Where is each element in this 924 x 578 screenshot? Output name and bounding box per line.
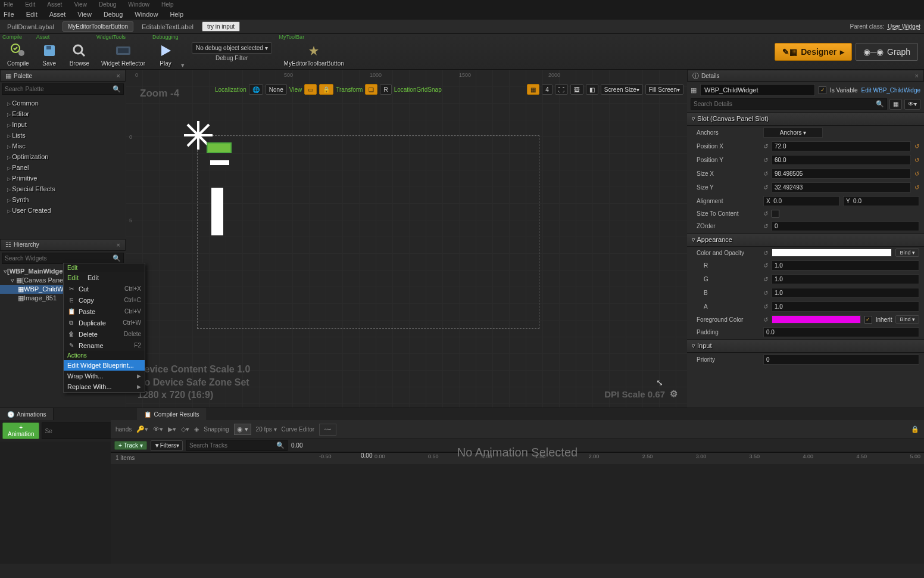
hierarchy-search-input[interactable]: [5, 255, 113, 262]
search-tracks-input[interactable]: [189, 442, 276, 449]
ctx-edit-submenu[interactable]: Edit Edit: [64, 272, 145, 283]
color-swatch[interactable]: [772, 248, 892, 257]
fps-dropdown[interactable]: 20 fps ▾: [256, 426, 277, 433]
alignment-x-input[interactable]: [763, 196, 839, 206]
fit-button[interactable]: ⛶: [555, 84, 568, 95]
r-button[interactable]: R: [380, 84, 391, 95]
lang-button[interactable]: 🌐: [249, 84, 263, 95]
fill-screen-dropdown[interactable]: Fill Screen ▾: [645, 84, 683, 95]
palette-cat[interactable]: Special Effects: [2, 184, 123, 194]
padding-input[interactable]: [763, 327, 919, 337]
menu-edit[interactable]: Edit: [26, 11, 38, 18]
palette-cat[interactable]: Primitive: [2, 173, 123, 184]
pulldown-label[interactable]: PullDownLaybal: [4, 23, 58, 30]
priority-input[interactable]: [763, 355, 919, 365]
graph-mode-button[interactable]: ◉─◉ Graph: [856, 43, 918, 61]
key-icon[interactable]: 🔑▾: [136, 425, 148, 433]
animations-search-input[interactable]: [45, 428, 120, 434]
browse-button[interactable]: Browse: [64, 34, 95, 69]
position-y-input[interactable]: [772, 155, 911, 165]
details-search-input[interactable]: [694, 101, 876, 107]
curve-editor-button[interactable]: 〰: [319, 424, 336, 436]
menu-debug[interactable]: Debug: [104, 11, 123, 18]
filters-dropdown[interactable]: ▼ Filters ▾: [151, 440, 183, 451]
anchors-dropdown[interactable]: Anchors ▾: [763, 128, 823, 138]
appearance-section[interactable]: ▿ Appearance: [687, 233, 924, 247]
color-r-input[interactable]: [772, 260, 919, 271]
color-g-input[interactable]: [772, 274, 919, 284]
animations-tab[interactable]: 🕓Animations: [0, 408, 54, 420]
add-animation-button[interactable]: + Animation: [2, 422, 39, 439]
slot-section[interactable]: ▿ Slot (Canvas Panel Slot): [687, 112, 924, 126]
compile-button[interactable]: Compile Compile: [1, 34, 35, 69]
details-close-icon[interactable]: ×: [915, 72, 919, 79]
grid-snap-button[interactable]: ▦: [527, 84, 539, 95]
view-lock-button[interactable]: 🔒: [319, 84, 333, 95]
ctx-delete[interactable]: 🗑DeleteDelete: [64, 328, 145, 340]
reset-icon[interactable]: ↺: [914, 184, 919, 191]
inherit-checkbox[interactable]: ✓: [864, 316, 872, 324]
size-to-content-checkbox[interactable]: [772, 210, 779, 217]
input-section[interactable]: ▿ Input: [687, 339, 924, 353]
reset-icon[interactable]: ↺: [914, 157, 919, 163]
palette-cat[interactable]: Misc: [2, 141, 123, 151]
palette-cat[interactable]: Optimization: [2, 151, 123, 162]
foreground-swatch[interactable]: [772, 315, 861, 324]
palette-search[interactable]: 🔍: [2, 83, 124, 95]
bind-button[interactable]: Bind ▾: [895, 248, 919, 257]
ctx-paste[interactable]: 📋PasteCtrl+V: [64, 306, 145, 317]
debug-object-dropdown[interactable]: No debug object selected ▾: [192, 42, 272, 54]
animations-list[interactable]: [0, 442, 111, 564]
is-variable-checkbox[interactable]: ✓: [819, 86, 826, 94]
details-eye-button[interactable]: 👁▾: [904, 99, 920, 110]
screen-size-dropdown[interactable]: Screen Size ▾: [601, 84, 643, 95]
transform-mode-button[interactable]: ❏: [365, 84, 377, 95]
lock-icon[interactable]: 🔒: [911, 425, 919, 433]
hierarchy-close-icon[interactable]: ×: [117, 241, 120, 248]
position-x-input[interactable]: [772, 141, 911, 151]
edit-blueprint-link[interactable]: Edit WBP_ChildWidge: [861, 87, 920, 94]
bind-button[interactable]: Bind ▾: [895, 315, 919, 324]
palette-cat[interactable]: Panel: [2, 162, 123, 173]
widget-reflector-button[interactable]: WidgetTools Widget Reflector: [95, 34, 151, 69]
view-dashed-button[interactable]: ▭: [304, 84, 317, 95]
reset-icon[interactable]: ↺: [914, 170, 919, 177]
menu-window[interactable]: Window: [135, 11, 158, 18]
ctx-edit-widget-blueprint[interactable]: Edit Widget Blueprint...: [64, 360, 145, 371]
menu-file[interactable]: File: [4, 11, 14, 18]
custom-btn-1[interactable]: MyEditorToolbarButton: [63, 21, 133, 32]
keyframe-icon[interactable]: ◇▾: [181, 425, 189, 433]
save-button[interactable]: Asset Save: [35, 34, 64, 69]
resize-handle-icon[interactable]: ⤡: [656, 378, 663, 387]
color-b-input[interactable]: [772, 288, 919, 298]
ctx-wrap-with[interactable]: Wrap With...▶: [64, 371, 145, 381]
widget-name-input[interactable]: [700, 84, 815, 96]
selected-widget[interactable]: [208, 144, 230, 152]
image-button[interactable]: 🖼: [570, 84, 583, 95]
zorder-input[interactable]: [772, 221, 919, 231]
ctx-duplicate[interactable]: ⧉DuplicateCtrl+W: [64, 317, 145, 328]
ctx-replace-with[interactable]: Replace With...▶: [64, 381, 145, 392]
size-y-input[interactable]: [772, 182, 911, 192]
none-button[interactable]: None: [266, 84, 287, 95]
size-x-input[interactable]: [772, 169, 911, 179]
palette-cat[interactable]: Synth: [2, 194, 123, 205]
menu-view[interactable]: View: [77, 11, 92, 18]
grid-size-input[interactable]: 4: [542, 84, 552, 95]
palette-cat[interactable]: Editor: [2, 108, 123, 119]
reset-icon[interactable]: ↺: [914, 143, 919, 150]
snap-toggle[interactable]: ◉ ▾: [234, 424, 251, 435]
palette-search-input[interactable]: [5, 86, 113, 92]
palette-close-icon[interactable]: ×: [117, 72, 120, 79]
alignment-y-input[interactable]: [843, 196, 919, 206]
ctx-copy[interactable]: ⎘CopyCtrl+C: [64, 294, 145, 306]
try-input-button[interactable]: try in input: [202, 21, 240, 32]
canvas-widget-image[interactable]: [211, 188, 223, 235]
color-a-input[interactable]: [772, 302, 919, 312]
eye-icon[interactable]: 👁▾: [153, 425, 163, 433]
play-button[interactable]: Debugging Play: [151, 34, 180, 69]
palette-cat[interactable]: Common: [2, 98, 123, 108]
menu-help[interactable]: Help: [170, 11, 183, 18]
parent-class-link[interactable]: User Widget: [888, 23, 920, 30]
diamond-icon[interactable]: ◈: [194, 425, 199, 433]
